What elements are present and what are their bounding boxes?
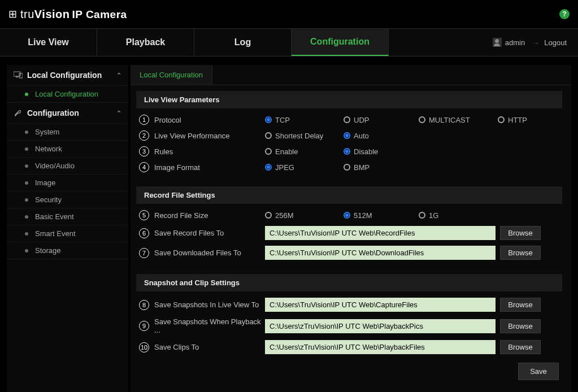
row-clips-path: 10 Save Clips To Browse xyxy=(136,337,562,357)
section-title-live-view: Live View Parameters xyxy=(136,91,562,108)
app-header: ⊞ truVisionIP Camera ? xyxy=(0,0,578,28)
sidebar-item-network[interactable]: Network xyxy=(7,140,128,157)
nav-tab-live-view[interactable]: Live View xyxy=(0,29,97,56)
marker-9: 9 xyxy=(139,321,149,331)
sidebar-header-configuration[interactable]: Configuration ⌃ xyxy=(7,103,128,123)
input-download-path[interactable] xyxy=(265,246,496,260)
row-record-size: 5 Record File Size 256M 512M 1G xyxy=(136,207,562,223)
label-rules: Rules xyxy=(152,147,265,156)
radio-icon xyxy=(419,212,425,219)
row-record-path: 6 Save Record Files To Browse xyxy=(136,223,562,243)
logout-button[interactable]: Logout xyxy=(532,38,567,47)
radio-icon xyxy=(344,132,350,139)
radio-format-bmp[interactable]: BMP xyxy=(344,163,419,172)
brand-product: IP Camera xyxy=(72,8,127,20)
radio-size-256m[interactable]: 256M xyxy=(265,211,344,220)
content-tab-local[interactable]: Local Configuration xyxy=(131,65,212,85)
chevron-up-icon: ⌃ xyxy=(116,72,121,79)
svg-rect-2 xyxy=(19,73,23,78)
sidebar-header-local[interactable]: Local Configuration ⌃ xyxy=(7,65,128,85)
radio-icon xyxy=(265,132,272,139)
row-rules: 3 Rules Enable Disable xyxy=(136,143,562,159)
content-tabs: Local Configuration xyxy=(131,65,571,85)
radio-icon xyxy=(265,164,272,171)
sidebar-group-configuration: Configuration ⌃ System Network Video/Aud… xyxy=(7,103,128,259)
sidebar-item-local-configuration[interactable]: Local Configuration xyxy=(7,85,128,102)
main-nav: Live View Playback Log Configuration adm… xyxy=(0,28,578,56)
nav-tab-configuration[interactable]: Configuration xyxy=(292,29,389,56)
input-snapshot-playback[interactable] xyxy=(265,319,496,333)
nav-tab-playback[interactable]: Playback xyxy=(97,29,194,56)
radio-perf-shortest[interactable]: Shortest Delay xyxy=(265,132,344,140)
browse-button-snapshot-playback[interactable]: Browse xyxy=(500,319,541,333)
sidebar-item-system[interactable]: System xyxy=(7,123,128,140)
radio-size-512m[interactable]: 512M xyxy=(344,211,419,220)
label-download-path: Save Downloaded Files To xyxy=(152,249,265,257)
browse-button-record[interactable]: Browse xyxy=(500,226,541,240)
settings-panel: Live View Parameters 1 Protocol TCP UDP … xyxy=(131,85,571,391)
sidebar-item-storage[interactable]: Storage xyxy=(7,242,128,259)
brand-logo: ⊞ truVisionIP Camera xyxy=(8,8,127,21)
radio-perf-auto[interactable]: Auto xyxy=(344,132,419,140)
radio-protocol-multicast[interactable]: MULTICAST xyxy=(419,116,498,124)
sidebar-group-title-config: Configuration xyxy=(27,108,79,117)
radio-protocol-http[interactable]: HTTP xyxy=(498,116,554,124)
user-icon xyxy=(493,38,502,47)
browse-button-clips[interactable]: Browse xyxy=(500,340,541,354)
user-name: admin xyxy=(505,38,525,47)
sidebar-item-smart-event[interactable]: Smart Event xyxy=(7,225,128,242)
input-clips[interactable] xyxy=(265,340,496,354)
sidebar-group-local: Local Configuration ⌃ Local Configuratio… xyxy=(7,65,128,103)
brand-icon: ⊞ xyxy=(8,8,17,20)
label-image-format: Image Format xyxy=(152,163,265,172)
brand-prefix: tru xyxy=(20,8,34,20)
sidebar: Local Configuration ⌃ Local Configuratio… xyxy=(7,65,128,392)
marker-4: 4 xyxy=(139,162,149,172)
user-chip[interactable]: admin xyxy=(493,38,525,47)
label-snapshot-live: Save Snapshots In Live View To xyxy=(152,300,265,309)
sidebar-item-image[interactable]: Image xyxy=(7,174,128,191)
marker-5: 5 xyxy=(139,210,149,220)
marker-8: 8 xyxy=(139,300,149,310)
chevron-up-icon: ⌃ xyxy=(116,110,121,117)
sidebar-item-security[interactable]: Security xyxy=(7,191,128,208)
save-button[interactable]: Save xyxy=(518,363,559,380)
marker-6: 6 xyxy=(139,228,149,238)
marker-2: 2 xyxy=(139,130,149,141)
logout-label: Logout xyxy=(544,38,567,47)
help-icon[interactable]: ? xyxy=(559,9,570,19)
browse-button-snapshot-live[interactable]: Browse xyxy=(500,298,541,312)
section-title-snapshot: Snapshot and Clip Settings xyxy=(136,274,562,291)
sidebar-group-title-local: Local Configuration xyxy=(27,71,102,80)
monitor-icon xyxy=(14,71,23,79)
browse-button-download[interactable]: Browse xyxy=(500,246,541,260)
input-record-path[interactable] xyxy=(265,226,496,240)
radio-rules-disable[interactable]: Disable xyxy=(344,147,419,156)
radio-icon xyxy=(344,116,350,123)
radio-icon xyxy=(419,116,425,123)
radio-protocol-tcp[interactable]: TCP xyxy=(265,116,344,124)
sidebar-item-basic-event[interactable]: Basic Event xyxy=(7,208,128,225)
nav-user-area: admin Logout xyxy=(493,38,578,47)
svg-rect-1 xyxy=(16,76,18,77)
logout-icon xyxy=(532,38,541,46)
radio-size-1g[interactable]: 1G xyxy=(419,211,498,220)
label-snapshot-playback: Save Snapshots When Playback ... xyxy=(152,317,265,334)
brand-text: truVisionIP Camera xyxy=(20,8,127,21)
row-snapshot-live-path: 8 Save Snapshots In Live View To Browse xyxy=(136,295,562,315)
radio-rules-enable[interactable]: Enable xyxy=(265,147,344,156)
marker-7: 7 xyxy=(139,248,149,258)
marker-3: 3 xyxy=(139,146,149,156)
sidebar-item-video-audio[interactable]: Video/Audio xyxy=(7,157,128,174)
input-snapshot-live[interactable] xyxy=(265,298,496,312)
radio-protocol-udp[interactable]: UDP xyxy=(344,116,419,124)
row-snapshot-playback-path: 9 Save Snapshots When Playback ... Brows… xyxy=(136,315,562,337)
label-record-path: Save Record Files To xyxy=(152,229,265,237)
content-panel: Local Configuration Live View Parameters… xyxy=(131,65,571,392)
row-download-path: 7 Save Downloaded Files To Browse xyxy=(136,243,562,263)
row-protocol: 1 Protocol TCP UDP MULTICAST HTTP xyxy=(136,112,562,128)
radio-format-jpeg[interactable]: JPEG xyxy=(265,163,344,172)
radio-icon xyxy=(344,212,350,219)
section-title-record: Record File Settings xyxy=(136,186,562,204)
nav-tab-log[interactable]: Log xyxy=(194,29,292,56)
